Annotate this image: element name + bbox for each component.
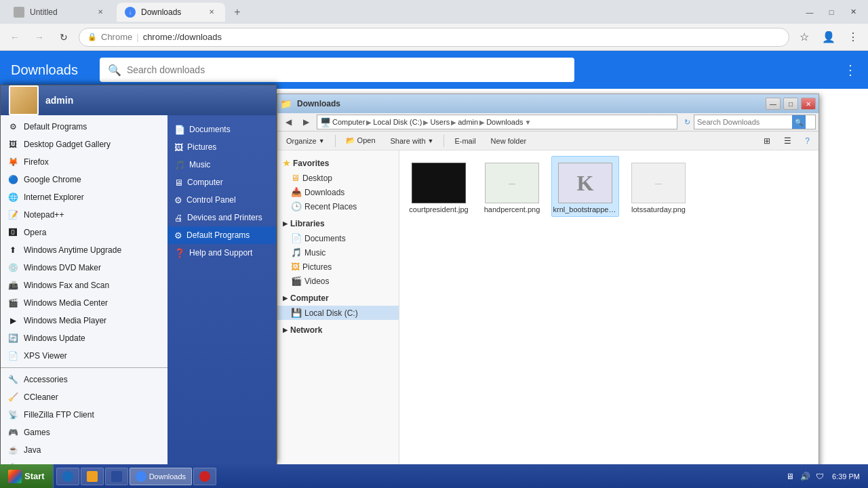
profile-icon[interactable]: 👤 [819,28,838,47]
libraries-title[interactable]: ▶ Libraries [277,216,399,231]
tab-downloads-close[interactable]: ✕ [206,7,217,18]
clock[interactable]: 6:39 PM [829,472,863,481]
refresh-button[interactable]: ↻ [54,28,73,47]
xps-icon: 📄 [6,349,20,363]
pictures-icon: 🖼 [291,262,300,272]
sidebar-pictures[interactable]: 🖼 Pictures [277,260,399,274]
program-anytime-upgrade[interactable]: ⬆ Windows Anytime Upgrade [1,241,167,259]
explorer-maximize[interactable]: □ [783,98,798,110]
recent-icon: 🕒 [291,201,302,211]
file-handpercent[interactable]: — handpercent.png [478,156,546,217]
sidebar-desktop[interactable]: 🖥 Desktop [277,171,399,185]
help-button[interactable]: ? [799,134,816,148]
view-large-icon[interactable]: ⊞ [757,134,776,148]
favorites-title[interactable]: ★ Favorites [277,156,399,171]
organize-button[interactable]: Organize ▼ [280,134,331,148]
computer-title[interactable]: ▶ Computer [277,291,399,306]
program-notepadpp[interactable]: 📝 Notepad++ [1,206,167,224]
program-gadget-gallery[interactable]: 🖼 Desktop Gadget Gallery [1,136,167,153]
sidebar-documents[interactable]: 📄 Documents [277,231,399,245]
program-ie[interactable]: 🌐 Internet Explorer [1,188,167,206]
file-courtpresident[interactable]: courtpresident.jpg [405,156,473,217]
right-pictures[interactable]: 🖼 Pictures [167,138,276,156]
explorer-search-input[interactable] [697,118,792,126]
more-button[interactable]: ⋮ [844,62,857,78]
search-input[interactable] [127,64,566,75]
refresh-icon[interactable]: ↻ [680,115,694,129]
search-bar[interactable]: 🔍 [100,58,574,82]
file-krnl[interactable]: K krnl_bootstrapper.exe [551,156,619,217]
taskbar-chrome[interactable]: Downloads [130,468,192,485]
menu-icon[interactable]: ⋮ [844,28,863,47]
program-fax-scan[interactable]: 📠 Windows Fax and Scan [1,277,167,294]
program-default-programs[interactable]: ⚙ Default Programs [1,118,167,136]
program-opera[interactable]: 🅾 Opera [1,224,167,241]
sidebar-music[interactable]: 🎵 Music [277,245,399,260]
tray-network-icon[interactable]: 🖥 [785,471,795,482]
forward-button[interactable]: → [30,28,49,47]
tab-downloads-label: Downloads [141,7,181,17]
right-devices[interactable]: 🖨 Devices and Printers [167,209,276,226]
program-games[interactable]: 🎮 Games [1,424,167,441]
right-documents[interactable]: 📄 Documents [167,121,276,138]
tab-untitled[interactable]: Untitled ✕ [5,3,114,22]
program-media-player[interactable]: ▶ Windows Media Player [1,312,167,329]
taskbar-mediaplayer[interactable] [105,468,128,485]
action-sep-1 [335,135,336,147]
tab-untitled-close[interactable]: ✕ [95,7,106,18]
taskbar-explorer[interactable] [81,468,104,485]
krnl-logo: K [577,171,594,196]
open-button[interactable]: 📂 Open [340,134,382,148]
program-accessories[interactable]: 🔧 Accessories [1,371,167,388]
close-button[interactable]: ✕ [844,5,863,19]
program-media-center[interactable]: 🎬 Windows Media Center [1,294,167,312]
sidebar-videos[interactable]: 🎬 Videos [277,274,399,288]
file-thumb-handpercent: — [485,163,539,203]
program-chrome[interactable]: 🔵 Google Chrome [1,171,167,188]
explorer-back[interactable]: ◀ [280,115,296,129]
tray-shield-icon[interactable]: 🛡 [814,471,825,482]
new-folder-button[interactable]: New folder [485,134,533,148]
program-filezilla[interactable]: 📡 FilleZilla FTP Client [1,406,167,424]
start-button[interactable]: Start [0,464,54,488]
file-lotssaturday[interactable]: — lotssaturday.png [625,156,692,217]
network-title[interactable]: ▶ Network [277,323,399,338]
explorer-search-box[interactable]: 🔍 [694,115,816,129]
view-list[interactable]: ☰ [778,134,797,148]
address-breadcrumb[interactable]: 🖥️ Computer ▶ Local Disk (C:) ▶ Users ▶ … [317,115,677,129]
share-with-button[interactable]: Share with ▼ [384,134,440,148]
back-button[interactable]: ← [5,28,24,47]
program-ccleaner[interactable]: 🧹 CCleaner [1,388,167,406]
local-disk-label: Local Disk (C:) [304,308,358,318]
program-firefox[interactable]: 🦊 Firefox [1,153,167,171]
right-help[interactable]: ❓ Help and Support [167,244,276,262]
chrome-icon: 🔵 [6,173,20,186]
program-xps-viewer[interactable]: 📄 XPS Viewer [1,347,167,365]
recent-label: Recent Places [304,202,357,211]
new-tab-button[interactable]: + [228,3,247,22]
tab-downloads[interactable]: ↓ Downloads ✕ [117,3,225,22]
taskbar-security[interactable] [193,468,216,485]
explorer-close[interactable]: ✕ [801,98,816,110]
maximize-button[interactable]: □ [822,5,841,19]
program-update[interactable]: 🔄 Windows Update [1,329,167,347]
sidebar-local-disk[interactable]: 💾 Local Disk (C:) [277,306,399,320]
computer-arrow: ▶ [283,295,288,302]
sidebar-downloads[interactable]: 📥 Downloads [277,185,399,199]
explorer-minimize[interactable]: — [766,98,781,110]
address-input[interactable]: 🔒 Chrome | chrome://downloads [79,28,789,47]
right-music[interactable]: 🎵 Music [167,156,276,174]
bookmark-icon[interactable]: ☆ [795,28,814,47]
tray-volume-icon[interactable]: 🔊 [800,471,810,482]
taskbar-ie[interactable] [56,468,79,485]
sidebar-recent[interactable]: 🕒 Recent Places [277,199,399,214]
right-default-programs[interactable]: ⚙ Default Programs [167,226,276,244]
email-button[interactable]: E-mail [448,134,481,148]
minimize-button[interactable]: — [800,5,819,19]
search-go-button[interactable]: 🔍 [792,115,806,129]
right-computer[interactable]: 🖥 Computer [167,174,276,191]
explorer-forward[interactable]: ▶ [298,115,314,129]
program-dvd-maker[interactable]: 💿 Windows DVD Maker [1,259,167,277]
program-java[interactable]: ☕ Java [1,441,167,459]
right-control-panel[interactable]: ⚙ Control Panel [167,191,276,209]
